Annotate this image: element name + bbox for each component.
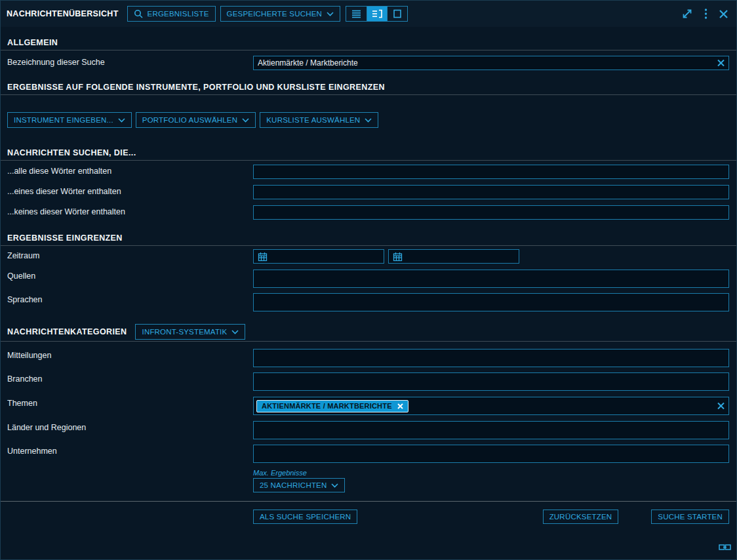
search-name-row: Bezeichnung dieser Suche [1, 56, 736, 70]
date-to-input[interactable] [388, 249, 519, 264]
view-toggle-group [346, 6, 408, 22]
search-name-label: Bezeichnung dieser Suche [7, 56, 253, 67]
remove-tag-icon[interactable] [397, 403, 403, 409]
clear-themen-icon[interactable] [717, 403, 725, 410]
all-words-row: ...alle diese Wörter enthalten [1, 165, 736, 179]
save-search-button[interactable]: ALS SUCHE SPEICHERN [253, 510, 357, 524]
search-name-input[interactable] [253, 56, 729, 70]
none-words-label: ...keines dieser Wörter enthalten [7, 205, 253, 216]
portfolio-dropdown[interactable]: PORTFOLIO AUSWÄHLEN [136, 112, 256, 128]
start-search-button[interactable]: SUCHE STARTEN [651, 510, 729, 524]
zeitraum-row: Zeitraum [1, 249, 736, 264]
chevron-down-icon [242, 118, 249, 123]
section-allgemein-header: ALLGEMEIN [1, 38, 736, 50]
quellen-row: Quellen [1, 270, 736, 288]
list-view-icon [351, 9, 361, 18]
compact-view-toggle[interactable] [387, 7, 407, 21]
search-icon [134, 9, 143, 18]
mitteilungen-label: Mitteilungen [7, 349, 253, 360]
section-kategorien-title: NACHRICHTENKATEGORIEN [7, 327, 127, 336]
laender-label: Länder und Regionen [7, 421, 253, 432]
unternehmen-label: Unternehmen [7, 445, 253, 456]
saved-searches-dropdown-label: GESPEICHERTE SUCHEN [227, 10, 322, 18]
section-allgemein-title: ALLGEMEIN [7, 38, 58, 47]
mitteilungen-row: Mitteilungen [1, 349, 736, 367]
results-list-button-label: ERGEBNISLISTE [148, 10, 209, 18]
themen-tag-chip[interactable]: AKTIENMÄRKTE / MARKTBERICHTE [256, 400, 408, 412]
sprachen-row: Sprachen [1, 293, 736, 311]
section-instrumente-title: ERGEBNISSE AUF FOLGENDE INSTRUMENTE, POR… [7, 83, 385, 92]
list-view-toggle[interactable] [346, 7, 367, 21]
section-suche-header: NACHRICHTEN SUCHEN, DIE... [1, 148, 736, 161]
news-search-window: NACHRICHTENÜBERSICHT ERGEBNISLISTE GESPE… [0, 0, 737, 560]
all-words-input[interactable] [253, 165, 729, 179]
max-results-label: Max. Ergebnisse [253, 469, 736, 477]
section-kategorien-header: NACHRICHTENKATEGORIEN INFRONT-SYSTEMATIK [1, 324, 736, 342]
none-words-row: ...keines dieser Wörter enthalten [1, 205, 736, 220]
link-channel-icon[interactable] [719, 543, 731, 551]
themen-tag-label: AKTIENMÄRKTE / MARKTBERICHTE [262, 402, 392, 410]
section-eingrenzen-title: ERGEBNISSE EINGRENZEN [7, 233, 123, 243]
instrument-filter-row: INSTRUMENT EINGEBEN... PORTFOLIO AUSWÄHL… [1, 112, 736, 128]
date-from-input[interactable] [253, 249, 384, 264]
section-instrumente-header: ERGEBNISSE AUF FOLGENDE INSTRUMENTE, POR… [1, 83, 736, 95]
branchen-row: Branchen [1, 372, 736, 391]
all-words-label: ...alle diese Wörter enthalten [7, 165, 253, 176]
themen-label: Themen [7, 397, 253, 408]
instrument-dropdown-label: INSTRUMENT EINGEBEN... [14, 116, 113, 124]
footer-actions: ALS SUCHE SPEICHERN ZURÜCKSETZEN SUCHE S… [1, 502, 736, 524]
title-bar: NACHRICHTENÜBERSICHT ERGEBNISLISTE GESPE… [1, 1, 736, 27]
max-results-dropdown[interactable]: 25 NACHRICHTEN [253, 478, 345, 492]
results-list-button[interactable]: ERGEBNISLISTE [127, 6, 216, 22]
themen-input[interactable]: AKTIENMÄRKTE / MARKTBERICHTE [253, 397, 729, 415]
systematik-dropdown[interactable]: INFRONT-SYSTEMATIK [135, 324, 245, 340]
instrument-dropdown[interactable]: INSTRUMENT EINGEBEN... [7, 112, 132, 128]
calendar-icon [393, 252, 403, 262]
kursliste-dropdown-label: KURSLISTE AUSWÄHLEN [266, 116, 360, 124]
chevron-down-icon [331, 483, 338, 488]
window-controls [681, 8, 728, 20]
start-search-button-label: SUCHE STARTEN [658, 513, 723, 521]
sprachen-label: Sprachen [7, 293, 253, 304]
list-detail-view-icon [372, 9, 382, 18]
save-search-button-label: ALS SUCHE SPEICHERN [260, 513, 351, 521]
more-options-icon[interactable] [704, 8, 707, 20]
page-title: NACHRICHTENÜBERSICHT [7, 9, 119, 18]
max-results-dropdown-label: 25 NACHRICHTEN [260, 481, 327, 489]
none-words-input[interactable] [253, 205, 729, 220]
systematik-dropdown-label: INFRONT-SYSTEMATIK [142, 328, 227, 336]
saved-searches-dropdown[interactable]: GESPEICHERTE SUCHEN [220, 6, 340, 22]
expand-icon[interactable] [681, 8, 693, 20]
kursliste-dropdown[interactable]: KURSLISTE AUSWÄHLEN [260, 112, 378, 128]
close-icon[interactable] [719, 9, 728, 19]
reset-button[interactable]: ZURÜCKSETZEN [543, 510, 619, 524]
themen-row: Themen AKTIENMÄRKTE / MARKTBERICHTE [1, 397, 736, 415]
portfolio-dropdown-label: PORTFOLIO AUSWÄHLEN [142, 116, 237, 124]
chevron-down-icon [231, 330, 239, 334]
branchen-label: Branchen [7, 372, 253, 384]
laender-input[interactable] [253, 421, 729, 439]
calendar-icon [258, 252, 268, 262]
zeitraum-label: Zeitraum [7, 249, 253, 260]
reset-button-label: ZURÜCKSETZEN [549, 513, 612, 521]
unternehmen-input[interactable] [253, 445, 729, 463]
quellen-input[interactable] [253, 270, 729, 288]
quellen-label: Quellen [7, 270, 253, 281]
unternehmen-row: Unternehmen [1, 445, 736, 463]
branchen-input[interactable] [253, 372, 729, 391]
chevron-down-icon [118, 118, 125, 123]
mitteilungen-input[interactable] [253, 349, 729, 367]
laender-row: Länder und Regionen [1, 421, 736, 439]
clear-search-name-icon[interactable] [717, 60, 725, 67]
chevron-down-icon [327, 12, 334, 16]
section-eingrenzen-header: ERGEBNISSE EINGRENZEN [1, 233, 736, 246]
chevron-down-icon [365, 118, 372, 123]
compact-view-icon [393, 9, 402, 18]
any-words-input[interactable] [253, 185, 729, 199]
section-suche-title: NACHRICHTEN SUCHEN, DIE... [7, 148, 136, 157]
any-words-label: ...eines dieser Wörter enthalten [7, 185, 253, 196]
list-detail-view-toggle[interactable] [367, 7, 387, 21]
sprachen-input[interactable] [253, 293, 729, 311]
any-words-row: ...eines dieser Wörter enthalten [1, 185, 736, 199]
